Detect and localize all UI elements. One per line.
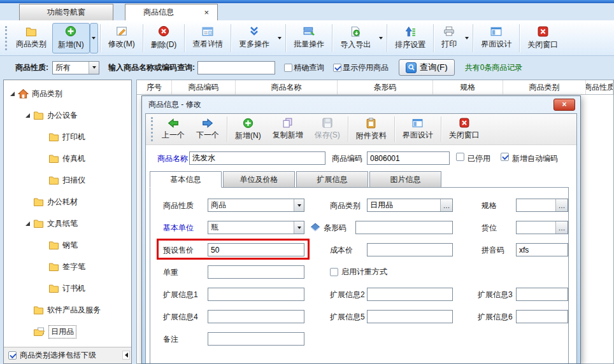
- spec-input[interactable]: [517, 201, 555, 210]
- ext5-input[interactable]: [367, 310, 453, 323]
- category-picker-button[interactable]: …: [440, 199, 452, 211]
- nature-filter-select[interactable]: 所有: [52, 61, 99, 74]
- weigh-mode-checkbox[interactable]: [330, 268, 338, 276]
- dropdown-button[interactable]: [294, 199, 304, 211]
- dialog-title-bar[interactable]: 商品信息 - 修改: [142, 96, 580, 113]
- autocode-checkbox[interactable]: [501, 153, 509, 161]
- tab-close-icon[interactable]: ×: [202, 8, 211, 17]
- preset-price-input[interactable]: [208, 243, 304, 256]
- tree-item-label: 签字笔: [62, 262, 85, 272]
- folder-icon: [48, 176, 59, 185]
- print-dropdown[interactable]: [462, 23, 471, 53]
- expander-icon[interactable]: [25, 113, 30, 118]
- toolbar-separator: [100, 24, 101, 52]
- toolbar-separator: [227, 116, 227, 142]
- ext3-input[interactable]: [516, 288, 568, 301]
- tab-unit-price[interactable]: 单位及价格: [223, 171, 295, 188]
- tree-item[interactable]: 扫描仪: [4, 169, 131, 191]
- show-disabled-checkbox[interactable]: [333, 64, 341, 72]
- more-actions-dropdown[interactable]: [275, 23, 283, 53]
- dialog-close-button[interactable]: ×: [553, 99, 575, 111]
- tree-item[interactable]: 打印机: [4, 126, 131, 148]
- search-input[interactable]: [197, 61, 275, 74]
- location-input[interactable]: [517, 223, 555, 232]
- nature-select[interactable]: 商品: [208, 199, 304, 212]
- batch-operations-button[interactable]: 批量操作: [288, 23, 330, 53]
- import-export-button[interactable]: 导入导出: [334, 23, 376, 53]
- note-input[interactable]: [208, 332, 304, 346]
- column-header[interactable]: 商品类别: [503, 80, 586, 94]
- dialog-ui-design-button[interactable]: 界面设计: [397, 115, 439, 143]
- tree-item[interactable]: 订书机: [4, 277, 131, 299]
- column-header[interactable]: 规格: [433, 80, 503, 94]
- column-header[interactable]: 商品性质: [586, 80, 613, 94]
- exact-query-checkbox[interactable]: [284, 64, 292, 72]
- tree-item[interactable]: 软件产品及服务: [4, 299, 131, 321]
- ext2-input[interactable]: [367, 288, 453, 301]
- next-button[interactable]: 下一个: [190, 115, 225, 143]
- attachments-button[interactable]: 附件资料: [350, 115, 392, 143]
- delete-button[interactable]: 删除(D): [145, 23, 183, 53]
- unit-weight-input[interactable]: [208, 265, 304, 279]
- dropdown-button[interactable]: [89, 62, 99, 74]
- add-new-button[interactable]: 新增(N): [52, 23, 90, 53]
- tree-item[interactable]: 传真机: [4, 148, 131, 169]
- category-input[interactable]: [368, 201, 440, 210]
- tab-nav-window[interactable]: 功能导航窗: [19, 4, 113, 20]
- edit-button[interactable]: 修改(M): [103, 23, 141, 53]
- tab-extended-info[interactable]: 扩展信息: [296, 171, 368, 188]
- tree-item[interactable]: 钢笔: [4, 234, 131, 256]
- query-button[interactable]: 查询(F): [399, 59, 455, 76]
- copy-add-button[interactable]: 复制新增: [267, 115, 309, 143]
- ext4-input[interactable]: [208, 310, 304, 323]
- tree-item[interactable]: 办公设备: [4, 104, 131, 126]
- previous-button[interactable]: 上一个: [156, 115, 190, 143]
- more-actions-button[interactable]: 更多操作: [233, 23, 275, 53]
- print-button[interactable]: 打印: [436, 23, 462, 53]
- product-name-input[interactable]: [189, 151, 325, 165]
- include-subcategory-checkbox[interactable]: [8, 351, 17, 360]
- dialog-close-window-button[interactable]: 关闭窗口: [443, 115, 485, 143]
- sort-settings-button[interactable]: 排序设置: [389, 23, 431, 53]
- expander-icon[interactable]: [25, 221, 30, 226]
- add-new-dropdown[interactable]: [90, 23, 98, 53]
- location-picker-button[interactable]: …: [555, 221, 568, 234]
- expander-icon[interactable]: [10, 92, 15, 96]
- dialog-tab-bar: 基本信息 单位及价格 扩展信息 图片信息: [146, 171, 576, 188]
- dialog-add-button[interactable]: 新增(N): [229, 115, 267, 143]
- cost-price-input[interactable]: [367, 243, 453, 256]
- form-row-5: 扩展信息1 扩展信息2 扩展信息3: [150, 283, 568, 305]
- chevron-down-icon: [92, 66, 96, 69]
- column-header[interactable]: 商品名称: [236, 80, 338, 94]
- ext1-input[interactable]: [208, 288, 304, 301]
- spec-label: 规格: [482, 200, 497, 211]
- ui-design-button[interactable]: 界面设计: [475, 23, 517, 53]
- ext6-input[interactable]: [516, 310, 568, 323]
- toolbar-separator: [473, 24, 473, 52]
- stopped-checkbox[interactable]: [456, 153, 464, 161]
- barcode-input[interactable]: [355, 221, 453, 234]
- tree-item-label: 日用品: [48, 325, 76, 339]
- spec-picker-button[interactable]: …: [555, 199, 568, 211]
- pinyin-input[interactable]: [516, 243, 568, 256]
- tree-item[interactable]: 文具纸笔: [4, 213, 131, 234]
- product-category-button[interactable]: 商品类别: [10, 23, 52, 53]
- dropdown-button[interactable]: [294, 221, 304, 234]
- scroll-left-arrow[interactable]: [122, 351, 130, 360]
- column-header[interactable]: 商品编码: [172, 80, 236, 94]
- tab-product-info[interactable]: 商品信息 ×: [125, 4, 218, 20]
- exact-query-label: 精确查询: [294, 62, 324, 73]
- product-code-input[interactable]: [367, 151, 450, 165]
- tab-basic-info[interactable]: 基本信息: [150, 171, 222, 188]
- tree-item-selected[interactable]: 日用品: [4, 321, 131, 342]
- close-window-button[interactable]: 关闭窗口: [522, 23, 564, 53]
- tree-item-root[interactable]: 商品类别: [4, 83, 131, 104]
- column-header[interactable]: 序号: [137, 80, 172, 94]
- import-export-dropdown[interactable]: [376, 23, 385, 53]
- tree-item[interactable]: 办公耗材: [4, 191, 131, 213]
- column-header[interactable]: 条形码: [338, 80, 433, 94]
- base-unit-select[interactable]: 瓶: [208, 221, 304, 234]
- tree-item[interactable]: 签字笔: [4, 256, 131, 277]
- view-details-button[interactable]: 查看详情: [187, 23, 229, 53]
- tab-image-info[interactable]: 图片信息: [369, 171, 441, 188]
